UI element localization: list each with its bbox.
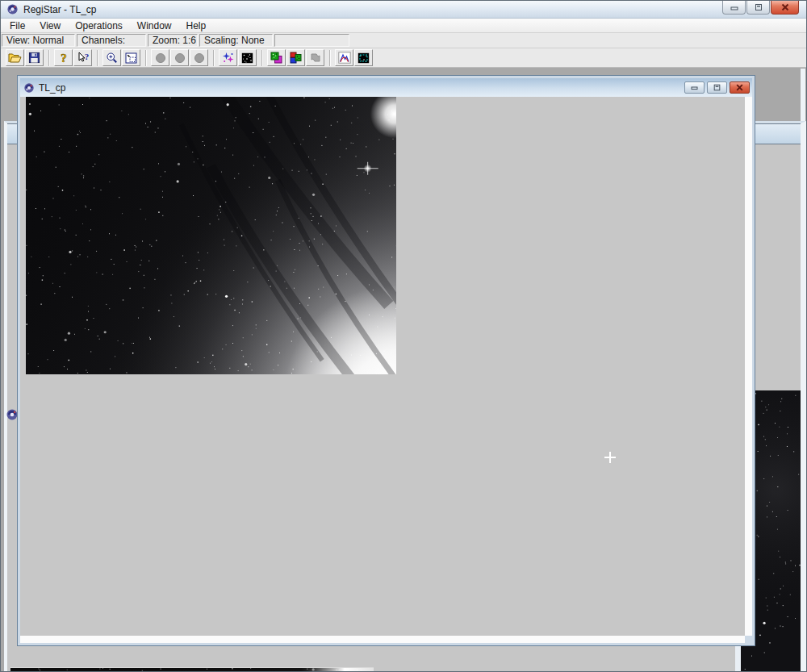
tlcp-close-button[interactable] [730,81,750,94]
minimize-icon [730,4,738,11]
rgb-combine-button[interactable] [286,49,305,66]
combine-images-button[interactable] [267,49,286,66]
open-folder-icon [8,52,22,64]
restore-icon [755,3,763,11]
operation-button-disabled [306,49,324,66]
status-channels: Channels: [77,34,146,47]
status-strip: View: Normal Channels: Zoom: 1:6 Scaling… [1,33,806,48]
tlcp-client-area [20,97,745,636]
mdi-client-area: TL_cp [1,69,806,671]
tlcp-image-window: TL_cp [17,75,755,646]
app-restore-button[interactable] [746,1,770,15]
menu-file[interactable]: File [2,19,32,33]
crosshair-cursor [604,452,616,463]
menu-bar: File View Operations Window Help [1,19,806,33]
background-window-border [801,69,805,121]
toolbar-separator [97,50,98,66]
app-close-button[interactable] [771,1,799,15]
toolbar-separator [48,50,50,66]
starfield-select-icon [358,52,370,64]
histogram-button[interactable] [335,49,353,66]
andromeda-starfield-image[interactable] [26,97,396,374]
menu-window[interactable]: Window [130,19,179,33]
bottom-starfield-image-sliver [10,667,374,671]
tlcp-minimize-button[interactable] [684,81,705,94]
tlcp-window-body [20,97,752,643]
tlcp-caption-buttons [684,81,750,94]
close-icon [781,3,789,11]
tlcp-restore-button[interactable] [707,81,727,94]
channel-circle-icon [194,52,205,64]
tlcp-window-title: TL_cp [39,82,65,94]
help-button[interactable]: ? [54,49,73,66]
menu-help[interactable]: Help [179,19,214,33]
context-help-icon: ? [77,52,90,64]
channel-circle-icon [174,52,186,64]
save-icon [28,52,40,64]
status-extra-panel [274,34,349,47]
starfield-icon [241,52,253,64]
svg-text:?: ? [61,52,67,64]
menu-operations[interactable]: Operations [68,19,130,33]
main-toolbar: ? ? [1,48,806,68]
svg-text:?: ? [84,52,89,61]
toolbar-separator [261,50,263,66]
minimize-icon [691,85,698,91]
zoom-button[interactable] [102,49,121,66]
green-channel-button-disabled [170,49,189,66]
context-help-button[interactable]: ? [73,49,92,66]
starfield-select-button[interactable] [354,49,373,66]
toolbar-separator [213,50,215,66]
help-icon: ? [58,52,69,64]
rgb-combine-icon [290,52,302,64]
app-minimize-button[interactable] [722,1,746,15]
toolbar-separator [329,50,331,66]
registar-logo-icon [23,82,35,94]
view-region-button[interactable] [122,49,140,66]
histogram-icon [338,52,351,64]
operation-disabled-icon [309,52,321,64]
zoom-icon [106,52,118,64]
horizontal-scrollbar-track[interactable] [20,636,745,643]
status-zoom-level: Zoom: 1:6 [148,34,198,47]
starfield-view-button[interactable] [238,49,257,66]
register-button[interactable] [219,49,237,66]
combine-images-icon [270,52,282,64]
blue-channel-button-disabled [190,49,208,66]
restore-icon [713,84,721,91]
menu-view[interactable]: View [32,19,68,33]
close-icon [736,84,743,91]
channel-circle-icon [155,52,166,64]
registar-logo-icon [6,3,19,15]
red-channel-button-disabled [151,49,169,66]
registar-application-window: RegiStar - TL_cp File View Operations Wi… [0,0,807,672]
status-view-mode: View: Normal [2,34,75,47]
toolbar-separator [145,50,147,66]
app-title: RegiStar - TL_cp [23,4,97,15]
app-titlebar[interactable]: RegiStar - TL_cp [1,1,806,19]
tlcp-titlebar[interactable]: TL_cp [20,78,752,97]
open-button[interactable] [6,49,24,66]
save-button[interactable] [25,49,44,66]
view-region-icon [125,52,137,64]
app-caption-buttons [721,1,799,15]
status-scaling: Scaling: None [199,34,273,47]
register-stars-icon [222,52,235,64]
vertical-scrollbar-track[interactable] [745,97,752,636]
